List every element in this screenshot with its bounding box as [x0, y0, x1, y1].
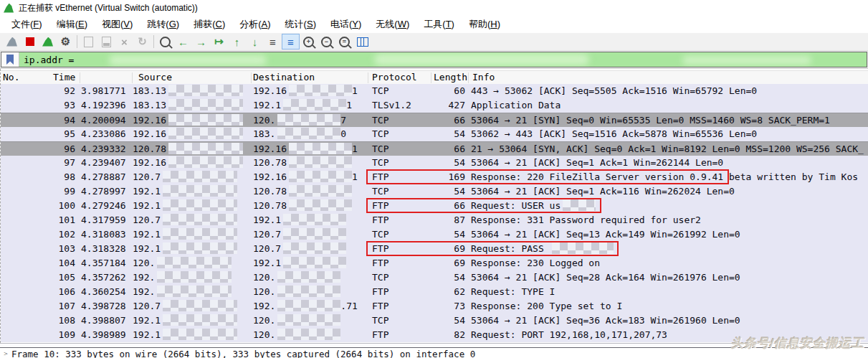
col-length: 54 — [415, 156, 465, 170]
packet-row[interactable]: 1004.279246192.1120.78FTP66Request: USER… — [1, 199, 868, 213]
column-separator[interactable] — [368, 72, 368, 83]
col-info: Response: 200 Type set to I — [471, 299, 868, 314]
frame-summary[interactable]: Frame 10: 333 bytes on wire (2664 bits),… — [11, 349, 475, 358]
save-file-icon[interactable] — [97, 34, 115, 50]
packet-row[interactable]: 1034.318328192.1120.7FTP69Request: PASS — [1, 242, 868, 256]
packet-row[interactable]: 974.239407192.16120.78TCP5453064 → 21 [A… — [1, 156, 868, 170]
menu-item-6[interactable]: 统计(S) — [278, 16, 323, 33]
stop-capture-icon[interactable] — [21, 34, 39, 50]
packet-row[interactable]: 944.200094192.16120.7TCP6653064 → 21 [SY… — [1, 113, 868, 127]
col-length: 427 — [415, 98, 465, 113]
col-time: 4.239332 — [81, 142, 126, 156]
column-header-length[interactable]: Length — [434, 71, 467, 84]
close-file-icon[interactable]: × — [115, 34, 133, 50]
menu-item-0[interactable]: 文件(F) — [4, 16, 49, 33]
go-to-top-icon[interactable]: ↑ — [228, 34, 246, 50]
go-back-icon[interactable]: ← — [174, 34, 192, 50]
info-text: Response: 331 Password required for user… — [471, 215, 701, 225]
packet-row[interactable]: 1064.360254192.120.FTP62Request: TYPE I — [1, 285, 868, 299]
auto-scroll-icon[interactable]: ≡ — [282, 34, 300, 50]
zoom-out-icon[interactable]: − — [318, 34, 335, 50]
column-header-protocol[interactable]: Protocol — [372, 71, 417, 84]
resize-columns-icon[interactable] — [353, 34, 371, 50]
packet-row[interactable]: 1044.357184120.192.1FTP69Response: 230 L… — [1, 256, 868, 270]
column-header-time[interactable]: Time — [53, 71, 75, 84]
display-filter-input[interactable]: ip.addr = — [1, 52, 867, 67]
menu-item-1[interactable]: 编辑(E) — [49, 16, 95, 33]
col-info: Response: 331 Password required for user… — [471, 213, 868, 227]
source-ip-partial: 183.13 — [133, 100, 166, 110]
restart-capture-icon[interactable] — [39, 34, 57, 50]
packet-row[interactable]: 923.981771183.13192.161TCP60443 → 53062 … — [1, 84, 868, 98]
destination-ip-partial: 192.16 — [253, 171, 287, 182]
column-separator[interactable] — [431, 72, 431, 83]
column-header-no[interactable]: No. — [3, 71, 19, 84]
col-destination: 120. — [253, 270, 340, 285]
start-capture-icon[interactable] — [3, 34, 21, 50]
censored-mosaic — [289, 156, 352, 168]
censored-mosaic — [168, 85, 243, 96]
menu-item-9[interactable]: 工具(T) — [416, 16, 462, 33]
col-protocol: FTP — [372, 242, 388, 256]
column-separator[interactable] — [80, 72, 80, 83]
col-source: 120.7 — [133, 170, 237, 184]
menu-item-7[interactable]: 电话(Y) — [323, 16, 368, 33]
packet-row[interactable]: 984.278887120.7192.161FTP169Response: 22… — [1, 170, 868, 184]
packet-row[interactable]: 1074.398728120.7192..71FTP73Response: 20… — [1, 299, 868, 314]
column-separator[interactable] — [468, 72, 469, 83]
toolbar-separator — [77, 35, 77, 48]
col-time: 4.318328 — [81, 242, 126, 256]
reload-icon[interactable]: ↻ — [133, 34, 151, 50]
column-separator[interactable] — [132, 72, 133, 83]
packet-row[interactable]: 1014.317959120.7192.1FTP87Response: 331 … — [1, 213, 868, 227]
zoom-in-icon[interactable]: + — [300, 34, 318, 50]
column-header-source[interactable]: Source — [138, 71, 172, 84]
censored-mosaic — [277, 300, 340, 311]
censored-mosaic — [157, 271, 232, 283]
info-text: 53064 → 21 [ACK] Seq=13 Ack=149 Win=2619… — [471, 229, 740, 240]
capture-options-icon[interactable]: ⚙ — [57, 34, 75, 50]
column-header-info[interactable]: Info — [472, 71, 495, 84]
col-no: 94 — [1, 113, 75, 128]
destination-ip-partial: 120. — [253, 115, 275, 126]
go-to-bottom-icon[interactable]: ↓ — [246, 34, 264, 50]
packet-row[interactable]: 1084.398807192.1120.TCP5453064 → 21 [ACK… — [1, 314, 868, 328]
menu-item-10[interactable]: 帮助(H) — [462, 16, 507, 33]
go-forward-icon[interactable]: → — [192, 34, 210, 50]
filter-bookmark-button[interactable] — [1, 52, 19, 67]
col-length: 66 — [415, 113, 465, 128]
find-packet-icon[interactable] — [156, 34, 174, 50]
packet-row[interactable]: 934.192396183.13192.11TLSv1.2427Applicat… — [1, 98, 868, 113]
column-header-destination[interactable]: Destination — [253, 71, 315, 84]
packet-row[interactable]: 964.239332120.78192.161TCP6621 → 53064 [… — [1, 141, 868, 156]
packet-row[interactable]: 954.233086192.16183.0TCP5453062 → 443 [A… — [1, 127, 868, 141]
col-source: 192.1 — [133, 314, 237, 328]
packet-row[interactable]: 1054.357262192.120.TCP5453064 → 21 [ACK]… — [1, 270, 868, 285]
col-destination: 192.11 — [253, 98, 352, 113]
censored-mosaic — [277, 128, 340, 139]
open-file-icon[interactable] — [80, 34, 97, 50]
destination-ip-partial: 192.1 — [253, 258, 281, 268]
col-time: 4.278997 — [81, 184, 126, 199]
menu-item-8[interactable]: 无线(W) — [368, 16, 416, 33]
menu-item-4[interactable]: 捕获(C) — [186, 16, 232, 33]
col-destination: 120. — [253, 328, 340, 342]
zoom-reset-icon[interactable]: = — [335, 34, 353, 50]
censored-mosaic — [163, 199, 237, 211]
col-length: 66 — [415, 142, 465, 156]
col-length: 66 — [415, 199, 465, 213]
packet-row[interactable]: 994.278997192.1120.78TCP5453064 → 21 [AC… — [1, 184, 868, 199]
censored-mosaic — [289, 185, 352, 197]
col-no: 98 — [1, 170, 75, 184]
column-separator[interactable] — [251, 72, 252, 83]
col-source: 192.16 — [133, 127, 243, 141]
expander-icon[interactable]: ＞ — [2, 349, 9, 358]
menu-item-3[interactable]: 跳转(G) — [140, 16, 186, 33]
menu-item-5[interactable]: 分析(A) — [232, 16, 277, 33]
packet-row[interactable]: 1024.318083192.1120.7TCP5453064 → 21 [AC… — [1, 227, 868, 242]
go-to-packet-icon[interactable]: ↦ — [210, 34, 228, 50]
destination-ip-partial: 192.16 — [253, 85, 287, 96]
col-time: 4.233086 — [81, 127, 126, 141]
colorize-icon[interactable]: ≡ — [264, 34, 282, 50]
menu-item-2[interactable]: 视图(V) — [95, 16, 140, 33]
